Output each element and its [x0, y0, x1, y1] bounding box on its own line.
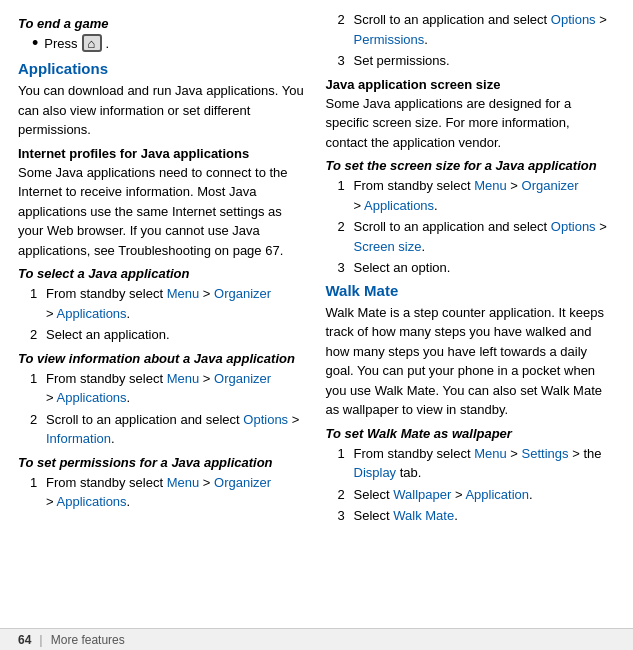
ss-step-3: 3 Select an option.	[338, 258, 616, 278]
home-icon: ⌂	[82, 34, 102, 52]
view-info-heading: To view information about a Java applica…	[18, 351, 308, 366]
perms-step-2: 2 Scroll to an application and select Op…	[338, 10, 616, 49]
view-step-2: 2 Scroll to an application and select Op…	[30, 410, 308, 449]
select-steps: 1 From standby select Menu > Organizer >…	[30, 284, 308, 345]
screen-size-subheading: Java application screen size	[326, 77, 616, 92]
footer-label: More features	[51, 633, 125, 647]
view-steps: 1 From standby select Menu > Organizer >…	[30, 369, 308, 449]
end-game-section: To end a game • Press ⌂ .	[18, 16, 308, 52]
press-line: • Press ⌂ .	[32, 34, 308, 52]
page-number: 64	[18, 633, 31, 647]
screen-size-body: Some Java applications are designed for …	[326, 94, 616, 153]
left-column: To end a game • Press ⌂ . Applications Y…	[18, 10, 308, 530]
select-step-2: 2 Select an application.	[30, 325, 308, 345]
applications-heading: Applications	[18, 60, 308, 77]
footer-bar: 64 | More features	[0, 628, 633, 650]
wp-step-1: 1 From standby select Menu > Settings > …	[338, 444, 616, 483]
wallpaper-heading: To set Walk Mate as wallpaper	[326, 426, 616, 441]
set-screen-size-heading: To set the screen size for a Java applic…	[326, 158, 616, 173]
perms-step-3: 3 Set permissions.	[338, 51, 616, 71]
walk-mate-heading: Walk Mate	[326, 282, 616, 299]
two-column-layout: To end a game • Press ⌂ . Applications Y…	[18, 10, 615, 530]
view-step-1: 1 From standby select Menu > Organizer >…	[30, 369, 308, 408]
wp-step-3: 3 Select Walk Mate.	[338, 506, 616, 526]
applications-body: You can download and run Java applicatio…	[18, 81, 308, 140]
ss-step-2: 2 Scroll to an application and select Op…	[338, 217, 616, 256]
bullet-dot: •	[32, 34, 38, 52]
perms-step-1: 1 From standby select Menu > Organizer >…	[30, 473, 308, 512]
end-game-heading: To end a game	[18, 16, 308, 31]
wp-step-2: 2 Select Wallpaper > Application.	[338, 485, 616, 505]
screen-size-steps: 1 From standby select Menu > Organizer >…	[338, 176, 616, 278]
walk-mate-body: Walk Mate is a step counter application.…	[326, 303, 616, 420]
page-content: To end a game • Press ⌂ . Applications Y…	[0, 0, 633, 650]
perms-steps-right: 2 Scroll to an application and select Op…	[338, 10, 616, 71]
select-step-1: 1 From standby select Menu > Organizer >…	[30, 284, 308, 323]
internet-body: Some Java applications need to connect t…	[18, 163, 308, 261]
internet-heading: Internet profiles for Java applications	[18, 146, 308, 161]
period: .	[106, 36, 110, 51]
press-label: Press	[44, 36, 77, 51]
perms-heading: To set permissions for a Java applicatio…	[18, 455, 308, 470]
right-column: 2 Scroll to an application and select Op…	[326, 10, 616, 530]
select-java-heading: To select a Java application	[18, 266, 308, 281]
wallpaper-steps: 1 From standby select Menu > Settings > …	[338, 444, 616, 526]
perms-steps-left: 1 From standby select Menu > Organizer >…	[30, 473, 308, 512]
ss-step-1: 1 From standby select Menu > Organizer >…	[338, 176, 616, 215]
